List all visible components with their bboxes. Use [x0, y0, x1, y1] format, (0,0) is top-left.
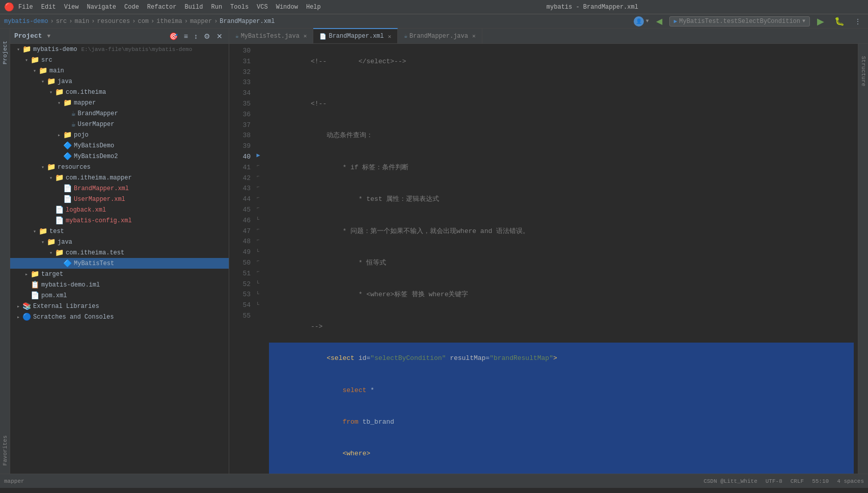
tree-label: com.itheima.test — [66, 249, 124, 256]
fold-43[interactable]: ⌐ — [257, 185, 259, 190]
tree-label: mybatis-demo.iml — [41, 281, 100, 289]
tree-item-mybatistest[interactable]: 🔷 MyBatisTest — [10, 258, 229, 269]
sidebar-close[interactable]: ✕ — [214, 31, 225, 41]
debug-button[interactable]: 🐛 — [831, 14, 848, 28]
sidebar-settings[interactable]: ⚙ — [202, 31, 212, 41]
tree-item-main[interactable]: ▾ 📁 main — [10, 65, 229, 76]
breadcrumb-part-4[interactable]: com — [138, 18, 149, 25]
run-gutter-icon[interactable]: ▶ — [256, 151, 260, 159]
breadcrumb-part-7[interactable]: BrandMapper.xml — [220, 18, 275, 25]
fold-47[interactable]: ⌐ — [257, 227, 259, 232]
run-button[interactable]: ▶ — [814, 14, 827, 29]
breadcrumb-part-1[interactable]: src — [56, 18, 67, 25]
profile-button[interactable]: 👤 ▼ — [634, 16, 649, 27]
menu-tools[interactable]: Tools — [230, 4, 249, 11]
tab-brandmapper-xml[interactable]: 📄 BrandMapper.xml ✕ — [313, 28, 398, 43]
tab-brandmapper-java[interactable]: ☕ BrandMapper.java ✕ — [398, 28, 482, 43]
tree-item-src[interactable]: ▾ 📁 src — [10, 55, 229, 65]
menu-refactor[interactable]: Refactor — [147, 4, 177, 11]
tree-label: mapper — [74, 99, 96, 107]
tree-item-mybatis-demo[interactable]: ▾ 📁 mybatis-demo E:\java-file\mybatis\my… — [10, 44, 229, 55]
fold-45[interactable]: ⌐ — [257, 205, 259, 211]
fold-42[interactable]: ⌐ — [257, 174, 259, 179]
tree-item-resources[interactable]: ▾ 📁 resources — [10, 162, 229, 172]
folder-icon: 📁 — [39, 227, 47, 236]
status-encoding[interactable]: UTF-8 — [766, 478, 782, 484]
tab-close-button[interactable]: ✕ — [388, 33, 392, 40]
tree-item-target[interactable]: ▸ 📁 target — [10, 269, 229, 279]
breadcrumb-part-2[interactable]: main — [74, 18, 89, 25]
menu-run[interactable]: Run — [211, 4, 222, 11]
menu-build[interactable]: Build — [184, 4, 203, 11]
fold-54[interactable]: L — [257, 301, 259, 306]
code-line-41: select * — [269, 375, 854, 406]
run-config-selector[interactable]: ▶ MyBatisTest.testSelectByCondition ▼ — [669, 16, 810, 27]
fold-50[interactable]: ⌐ — [257, 258, 259, 264]
tree-item-brandmapper-xml[interactable]: 📄 BrandMapper.xml — [10, 183, 229, 194]
fold-52[interactable]: L — [257, 280, 259, 285]
breadcrumb: mybatis-demo › src › main › resources › … — [0, 14, 868, 29]
java-file-icon: ☕ — [71, 120, 75, 128]
tree-item-usermapper-xml[interactable]: 📄 UserMapper.xml — [10, 194, 229, 204]
menu-help[interactable]: Help — [306, 4, 321, 11]
tree-item-mybatis-config[interactable]: 📄 mybatis-config.xml — [10, 215, 229, 226]
menu-edit[interactable]: Edit — [41, 4, 56, 11]
tree-item-java[interactable]: ▾ 📁 java — [10, 76, 229, 87]
gutter-40[interactable]: ▶ — [255, 150, 262, 161]
tree-item-brandmapper-java[interactable]: ☕ BrandMapper — [10, 108, 229, 119]
more-run-options[interactable]: ⋮ — [852, 16, 864, 27]
structure-tab-vertical[interactable]: Structure — [859, 48, 867, 94]
code-editor[interactable]: <!-- </select>--> <!-- 动态条件查询： * if 标签：条… — [265, 44, 858, 474]
tree-item-iml[interactable]: 📋 mybatis-demo.iml — [10, 279, 229, 290]
tab-close-button[interactable]: ✕ — [304, 33, 307, 39]
navigate-back-button[interactable]: ◀ — [653, 14, 665, 28]
tree-item-mybatisdemo2[interactable]: 🔷 MyBatisDemo2 — [10, 151, 229, 162]
menu-view[interactable]: View — [64, 4, 79, 11]
xml-file-icon: 📄 — [63, 184, 72, 193]
menu-navigate[interactable]: Navigate — [87, 4, 116, 11]
tree-item-external-libs[interactable]: ▸ 📚 External Libraries — [10, 301, 229, 312]
sidebar-locate-button[interactable]: 🎯 — [167, 31, 180, 41]
tree-item-com-itheima-test[interactable]: ▾ 📁 com.itheima.test — [10, 247, 229, 258]
favorites-tab-vertical[interactable]: Favorites — [1, 427, 9, 474]
menu-file[interactable]: File — [18, 4, 33, 11]
tree-item-scratches[interactable]: ▸ 🔵 Scratches and Consoles — [10, 312, 229, 322]
code-line-39: --> — [269, 311, 854, 343]
fold-44[interactable]: ⌐ — [257, 195, 259, 200]
status-line-sep[interactable]: CRLF — [791, 478, 804, 484]
status-indent[interactable]: 4 spaces — [837, 478, 864, 484]
tree-item-pojo[interactable]: ▸ 📁 pojo — [10, 129, 229, 140]
breadcrumb-part-6[interactable]: mapper — [190, 18, 212, 25]
tree-item-mapper-java[interactable]: ▾ 📁 mapper — [10, 97, 229, 108]
tree-item-test-java[interactable]: ▾ 📁 java — [10, 237, 229, 247]
fold-53[interactable]: L — [257, 291, 259, 296]
menu-vcs[interactable]: VCS — [257, 4, 268, 11]
tab-close-button[interactable]: ✕ — [472, 33, 476, 39]
folder-icon: 📁 — [55, 248, 64, 257]
tab-mybatistest-java[interactable]: ☕ MyBatisTest.java ✕ — [229, 28, 313, 43]
breadcrumb-part-5[interactable]: itheima — [156, 18, 182, 25]
project-tab-vertical[interactable]: Project — [1, 33, 9, 72]
tree-item-logback[interactable]: 📄 logback.xml — [10, 204, 229, 215]
breadcrumb-part-3[interactable]: resources — [97, 18, 130, 25]
project-sidebar: Project ▼ 🎯 ≡ ↕ ⚙ ✕ ▾ 📁 mybatis-demo E:\… — [10, 29, 229, 474]
status-position[interactable]: 55:10 — [812, 478, 829, 484]
fold-46[interactable]: L — [257, 216, 259, 221]
tree-item-mybatisdemo[interactable]: 🔷 MyBatisDemo — [10, 140, 229, 151]
fold-41[interactable]: ⌐ — [257, 163, 259, 168]
tree-label: resources — [58, 164, 91, 171]
menu-window[interactable]: Window — [276, 4, 298, 11]
sidebar-sort-button[interactable]: ↕ — [192, 31, 200, 41]
tree-item-com-itheima[interactable]: ▾ 📁 com.itheima — [10, 87, 229, 97]
tree-item-com-itheima-mapper[interactable]: ▾ 📁 com.itheima.mapper — [10, 172, 229, 183]
tree-item-test[interactable]: ▾ 📁 test — [10, 226, 229, 237]
fold-48[interactable]: ⌐ — [257, 238, 259, 243]
tree-item-usermapper-java[interactable]: ☕ UserMapper — [10, 119, 229, 129]
breadcrumb-part-0[interactable]: mybatis-demo — [4, 18, 48, 25]
tree-item-pom[interactable]: 📄 pom.xml — [10, 290, 229, 301]
menu-code[interactable]: Code — [124, 4, 139, 11]
fold-51[interactable]: ⌐ — [257, 269, 259, 274]
sidebar-collapse-all[interactable]: ≡ — [182, 31, 190, 41]
breadcrumb-sep-3: › — [132, 18, 135, 25]
fold-49[interactable]: L — [257, 248, 259, 253]
